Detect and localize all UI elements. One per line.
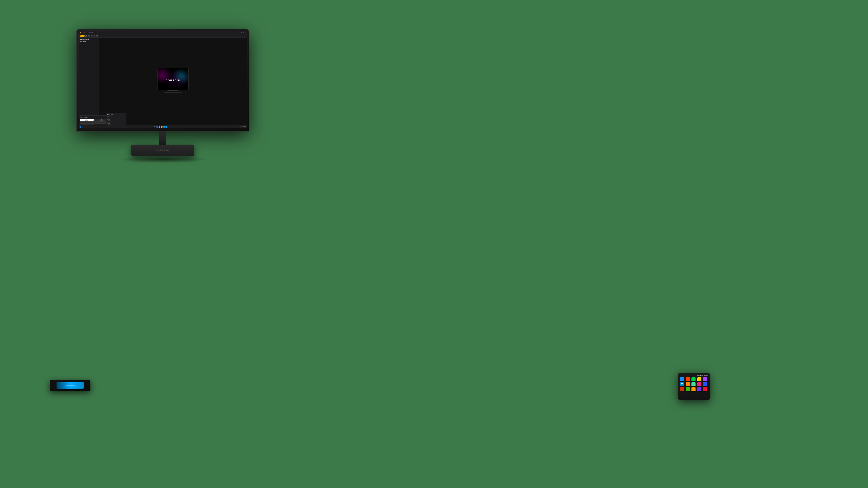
sd-key-15[interactable] [703,387,707,391]
svg-point-12 [154,126,155,127]
svg-point-4 [92,36,92,36]
mode-rts[interactable]: RTS [107,121,125,121]
device-name: XENEON 32UHD144 [80,39,98,40]
app-monitor-preview: ▲ CORSAIR [157,68,189,95]
monitor-screen: 🐱 Home Dashboard Default [79,31,247,128]
tab-dashboard[interactable]: Dashboard [88,32,93,33]
toolbar-icon-photo[interactable] [86,35,87,37]
mode-cinema[interactable]: Cinema [107,122,125,123]
picture-mode-title: Picture Mode [107,114,125,116]
taskbar-right: 12:45 10/14/2023 [240,126,246,127]
taskbar-mail[interactable] [163,126,165,128]
scene: 🐱 Home Dashboard Default [0,0,868,488]
small-device-bar [66,385,74,386]
toolbar-icon-display[interactable] [96,35,98,37]
toolbar-icon-monitor[interactable] [88,35,90,37]
app-main: ▲ CORSAIR [99,37,247,125]
svg-point-8 [94,36,95,36]
mode-srgb[interactable]: sRGB [107,123,125,124]
sd-key-3[interactable] [691,377,695,381]
monitor: 🐱 Home Dashboard Default [77,29,249,160]
mode-movie-dot [107,118,107,119]
app-monitor-stand-neck [167,90,179,91]
sd-key-4[interactable] [698,377,702,381]
control-brightness[interactable]: ☀ Brightness [80,119,94,121]
sidebar-picture-settings[interactable]: Picture Settings [80,41,98,42]
toolbar-icon-settings[interactable] [91,35,93,37]
profile-selector[interactable]: Default [80,35,85,37]
sd-key-12[interactable] [686,387,690,391]
sd-key-5[interactable] [703,377,707,381]
taskbar-start-button[interactable] [80,126,81,128]
app-titlebar: 🐱 Home Dashboard [79,31,247,34]
taskbar-browser[interactable] [159,126,160,128]
maximize-button[interactable] [243,32,244,33]
mode-fps-dot [107,119,107,120]
tab-home[interactable]: Home [83,32,86,33]
app-monitor-stand-base [164,92,182,93]
stream-deck-header: ⬡ STREAM DECK [680,375,708,376]
corsair-brand-text: CORSAIR [166,79,180,82]
taskbar-files[interactable] [161,126,162,128]
app-monitor-image: ▲ CORSAIR [157,68,189,90]
sd-key-2[interactable] [686,377,690,381]
toolbar-icon-sliders[interactable] [94,35,95,37]
sd-key-9[interactable] [698,382,702,386]
taskbar-center [154,126,167,128]
titlebar-tabs: Home Dashboard [83,32,93,33]
sd-key-6[interactable] [680,382,684,386]
stream-deck-key-grid [680,377,708,391]
svg-point-1 [86,35,87,36]
taskbar-time: 12:45 [240,126,242,127]
app-sidebar: XENEON 32UHD144 Picture Settings Sound S… [79,37,99,125]
sd-key-7[interactable] [686,382,690,386]
stream-deck-icon: ⬡ [680,375,681,376]
svg-rect-2 [89,35,90,36]
taskbar-search[interactable] [154,126,156,128]
sd-key-13[interactable] [691,387,695,391]
titlebar-controls [241,32,246,33]
minimize-button[interactable] [241,32,242,33]
mode-srgb-dot [107,123,107,124]
corsair-logo-icon: ▲ [172,76,174,78]
monitor-shadow [118,156,208,163]
app-logo: 🐱 [80,32,81,33]
sd-key-10[interactable] [703,382,707,386]
control-hue[interactable]: ◕ Hue [80,121,94,124]
mode-standard[interactable]: Standard [107,116,125,117]
close-button[interactable] [245,32,246,33]
mode-rts-dot [107,121,107,121]
taskbar-store[interactable] [165,126,167,128]
mode-cinema-dot [107,122,107,123]
taskbar-date: 10/14/2023 [242,126,246,127]
monitor-bezel: 🐱 Home Dashboard Default [77,29,249,131]
sd-key-1[interactable] [680,377,684,381]
windows-taskbar: 12:45 10/14/2023 [79,125,247,128]
small-device [50,380,90,391]
stream-deck-brand: STREAM DECK [697,375,708,376]
app-toolbar: Default [79,34,247,37]
mode-movie[interactable]: Movie [107,118,125,119]
small-device-screen [57,382,84,389]
svg-point-7 [94,35,94,36]
svg-line-13 [155,127,155,127]
corsair-stand-label: CORSAIR [156,149,169,151]
taskbar-widgets[interactable] [156,126,158,128]
stream-deck: ⬡ STREAM DECK [678,373,710,400]
svg-point-15 [682,384,682,385]
sidebar-sound-settings[interactable]: Sound Settings [80,42,98,44]
mode-standard-dot [107,117,107,117]
screen-content: 🐱 Home Dashboard Default [79,31,247,128]
mode-fps[interactable]: FPS [107,119,125,120]
sd-key-8[interactable] [691,382,695,386]
sd-key-14[interactable] [698,387,702,391]
svg-rect-9 [97,35,98,36]
corsair-logo-area: ▲ CORSAIR [166,76,180,82]
corsair-splash: ▲ CORSAIR [158,68,188,90]
sd-key-11[interactable] [680,387,684,391]
